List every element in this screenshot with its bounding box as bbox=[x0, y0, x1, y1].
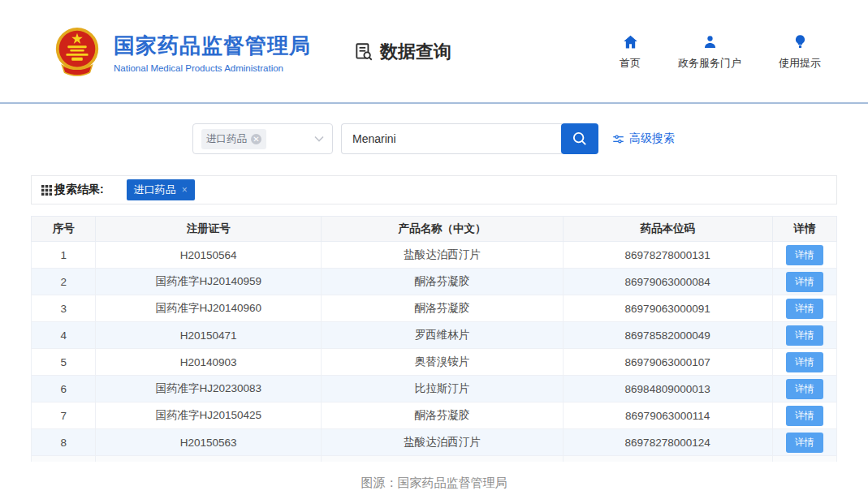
filter-sliders-icon bbox=[612, 133, 624, 145]
search-bar: 进口药品 ✕ 高级搜索 bbox=[192, 123, 868, 154]
detail-button[interactable]: 详情 bbox=[786, 299, 823, 319]
results-label: 搜索结果: bbox=[54, 183, 104, 197]
active-filter-tag-label: 进口药品 bbox=[134, 183, 176, 197]
advanced-search-link[interactable]: 高级搜索 bbox=[612, 131, 675, 146]
header-divider bbox=[0, 102, 868, 104]
nav-gov-service-portal[interactable]: 政务服务门户 bbox=[678, 33, 741, 71]
document-search-icon bbox=[353, 41, 374, 62]
cell-reg-no: 国药准字HJ20140960 bbox=[96, 295, 322, 322]
cell-reg-no: H20150564 bbox=[96, 242, 322, 269]
cell-product-name: 酮洛芬凝胶 bbox=[322, 402, 564, 429]
cell-product-name: 盐酸达泊西汀片 bbox=[322, 242, 564, 269]
category-tag-remove-icon[interactable]: ✕ bbox=[251, 134, 261, 144]
cell-reg-no: H20150471 bbox=[96, 322, 322, 349]
search-input[interactable] bbox=[341, 123, 562, 154]
cell-drug-code: 86978278000131 bbox=[563, 242, 772, 269]
cell-product-name: 比拉斯汀片 bbox=[322, 376, 564, 402]
table-row: 6 国药准字HJ20230083 比拉斯汀片 86984809000013 详情 bbox=[32, 376, 837, 402]
advanced-search-label: 高级搜索 bbox=[629, 131, 675, 146]
cell-drug-code: 86979063000107 bbox=[563, 349, 772, 376]
table-row: 5 H20140903 奥替溴铵片 86979063000107 详情 bbox=[32, 349, 837, 376]
cell-reg-no: 国药准字HJ20150425 bbox=[96, 402, 322, 429]
cell-index: 8 bbox=[32, 429, 96, 456]
cell-product-name: 酮洛芬凝胶 bbox=[322, 295, 564, 322]
table-row: 8 H20150563 盐酸达泊西汀片 86978278000124 详情 bbox=[32, 429, 837, 456]
table-row: 7 国药准字HJ20150425 酮洛芬凝胶 86979063000114 详情 bbox=[32, 402, 837, 429]
nav-usage-tips[interactable]: 使用提示 bbox=[779, 33, 821, 71]
col-header-product-name: 产品名称（中文） bbox=[322, 217, 564, 242]
cell-drug-code: 86978278000124 bbox=[563, 429, 772, 456]
header-nav: 首页 政务服务门户 使用提示 bbox=[620, 33, 821, 71]
nav-home[interactable]: 首页 bbox=[620, 33, 641, 71]
image-source-caption: 图源：国家药品监督管理局 bbox=[0, 476, 868, 491]
cell-index: 6 bbox=[32, 376, 96, 402]
col-header-reg-no: 注册证号 bbox=[96, 217, 322, 242]
table-row: 1 H20150564 盐酸达泊西汀片 86978278000131 详情 bbox=[32, 242, 837, 269]
brand-logo[interactable]: 国家药品监督管理局 National Medical Products Admi… bbox=[52, 26, 311, 78]
nav-usage-tips-label: 使用提示 bbox=[779, 56, 821, 71]
col-header-detail: 详情 bbox=[772, 217, 836, 242]
detail-button[interactable]: 详情 bbox=[786, 379, 823, 399]
cell-index: 3 bbox=[32, 295, 96, 322]
table-header-row: 序号 注册证号 产品名称（中文） 药品本位码 详情 bbox=[32, 217, 837, 242]
detail-button[interactable]: 详情 bbox=[786, 245, 823, 265]
cell-index: 5 bbox=[32, 349, 96, 376]
chevron-down-icon bbox=[314, 136, 324, 142]
bulb-icon bbox=[792, 33, 809, 50]
brand-subtitle: National Medical Products Administration bbox=[114, 63, 311, 73]
table-row: 2 国药准字HJ20140959 酮洛芬凝胶 86979063000084 详情 bbox=[32, 269, 837, 295]
cell-product-name: 盐酸达泊西汀片 bbox=[322, 429, 564, 456]
brand-text: 国家药品监督管理局 National Medical Products Admi… bbox=[114, 32, 311, 73]
cell-index: 4 bbox=[32, 322, 96, 349]
table-row-partial bbox=[32, 456, 837, 462]
cell-drug-code: 86978582000049 bbox=[563, 322, 772, 349]
search-button[interactable] bbox=[561, 123, 598, 154]
category-tag: 进口药品 ✕ bbox=[201, 129, 266, 149]
search-input-group bbox=[341, 123, 598, 154]
page: 国家药品监督管理局 National Medical Products Admi… bbox=[0, 0, 868, 495]
cell-reg-no: H20140903 bbox=[96, 349, 322, 376]
cell-product-name: 罗西维林片 bbox=[322, 322, 564, 349]
cell-drug-code: 86979063000091 bbox=[563, 295, 772, 322]
grid-icon bbox=[41, 185, 52, 196]
category-select[interactable]: 进口药品 ✕ bbox=[192, 123, 333, 154]
cell-index: 2 bbox=[32, 269, 96, 295]
brand-title: 国家药品监督管理局 bbox=[114, 32, 311, 60]
cell-drug-code: 86979063000084 bbox=[563, 269, 772, 295]
search-icon bbox=[571, 130, 589, 148]
detail-button[interactable]: 详情 bbox=[786, 272, 823, 292]
remove-filter-icon[interactable]: × bbox=[182, 184, 188, 196]
cell-index: 1 bbox=[32, 242, 96, 269]
home-icon bbox=[622, 33, 639, 50]
cell-product-name: 酮洛芬凝胶 bbox=[322, 269, 564, 295]
detail-button[interactable]: 详情 bbox=[786, 325, 823, 346]
cell-drug-code: 86984809000013 bbox=[563, 376, 772, 402]
cell-drug-code: 86979063000114 bbox=[563, 402, 772, 429]
table-row: 4 H20150471 罗西维林片 86978582000049 详情 bbox=[32, 322, 837, 349]
category-tag-label: 进口药品 bbox=[206, 132, 247, 146]
cell-product-name: 奥替溴铵片 bbox=[322, 349, 564, 376]
cell-reg-no: H20150563 bbox=[96, 429, 322, 456]
detail-button[interactable]: 详情 bbox=[786, 406, 823, 426]
cell-reg-no: 国药准字HJ20140959 bbox=[96, 269, 322, 295]
user-icon bbox=[702, 33, 719, 50]
nav-home-label: 首页 bbox=[620, 56, 641, 71]
site-header: 国家药品监督管理局 National Medical Products Admi… bbox=[0, 0, 868, 96]
cell-reg-no: 国药准字HJ20230083 bbox=[96, 376, 322, 402]
national-emblem-icon bbox=[52, 26, 102, 78]
active-filter-tag[interactable]: 进口药品 × bbox=[127, 179, 195, 200]
results-bar: 搜索结果: 进口药品 × bbox=[31, 175, 837, 204]
col-header-index: 序号 bbox=[32, 217, 96, 242]
nav-gov-service-portal-label: 政务服务门户 bbox=[678, 56, 741, 71]
data-query-label: 数据查询 bbox=[380, 40, 451, 64]
detail-button[interactable]: 详情 bbox=[786, 352, 823, 372]
results-table: 序号 注册证号 产品名称（中文） 药品本位码 详情 1 H20150564 盐酸… bbox=[31, 216, 837, 462]
col-header-drug-code: 药品本位码 bbox=[563, 217, 772, 242]
cell-index: 7 bbox=[32, 402, 96, 429]
detail-button[interactable]: 详情 bbox=[786, 433, 823, 453]
table-row: 3 国药准字HJ20140960 酮洛芬凝胶 86979063000091 详情 bbox=[32, 295, 837, 322]
data-query-title: 数据查询 bbox=[353, 40, 451, 64]
